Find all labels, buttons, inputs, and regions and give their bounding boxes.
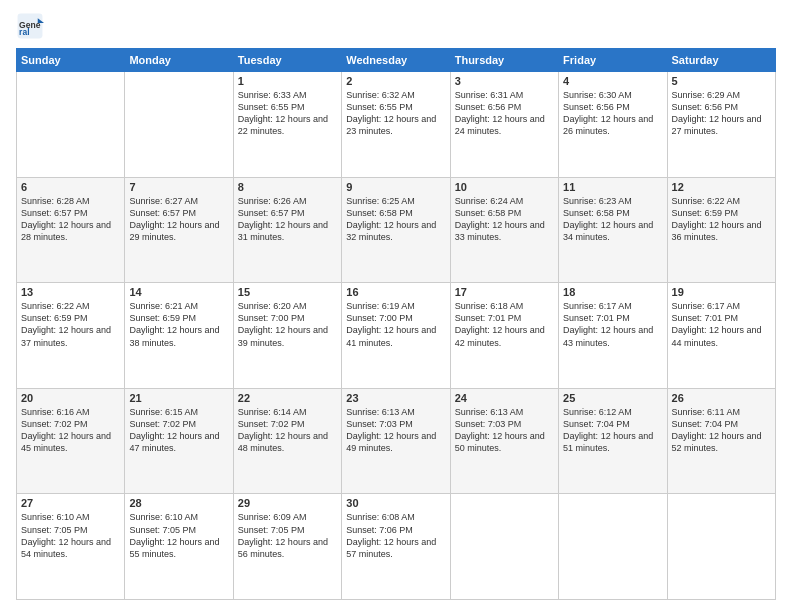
day-cell: 9Sunrise: 6:25 AM Sunset: 6:58 PM Daylig… xyxy=(342,177,450,283)
day-cell: 10Sunrise: 6:24 AM Sunset: 6:58 PM Dayli… xyxy=(450,177,558,283)
day-cell: 13Sunrise: 6:22 AM Sunset: 6:59 PM Dayli… xyxy=(17,283,125,389)
day-number: 5 xyxy=(672,75,771,87)
day-info: Sunrise: 6:30 AM Sunset: 6:56 PM Dayligh… xyxy=(563,89,662,138)
week-row-2: 6Sunrise: 6:28 AM Sunset: 6:57 PM Daylig… xyxy=(17,177,776,283)
col-header-monday: Monday xyxy=(125,49,233,72)
header: Gene ral xyxy=(16,12,776,40)
day-number: 27 xyxy=(21,497,120,509)
day-cell: 28Sunrise: 6:10 AM Sunset: 7:05 PM Dayli… xyxy=(125,494,233,600)
day-info: Sunrise: 6:24 AM Sunset: 6:58 PM Dayligh… xyxy=(455,195,554,244)
day-cell: 4Sunrise: 6:30 AM Sunset: 6:56 PM Daylig… xyxy=(559,72,667,178)
day-cell xyxy=(125,72,233,178)
day-number: 15 xyxy=(238,286,337,298)
day-cell xyxy=(559,494,667,600)
day-number: 17 xyxy=(455,286,554,298)
day-number: 13 xyxy=(21,286,120,298)
day-cell: 23Sunrise: 6:13 AM Sunset: 7:03 PM Dayli… xyxy=(342,388,450,494)
week-row-4: 20Sunrise: 6:16 AM Sunset: 7:02 PM Dayli… xyxy=(17,388,776,494)
day-info: Sunrise: 6:31 AM Sunset: 6:56 PM Dayligh… xyxy=(455,89,554,138)
day-number: 12 xyxy=(672,181,771,193)
page: Gene ral SundayMondayTuesdayWednesdayThu… xyxy=(0,0,792,612)
day-cell: 5Sunrise: 6:29 AM Sunset: 6:56 PM Daylig… xyxy=(667,72,775,178)
day-number: 7 xyxy=(129,181,228,193)
day-info: Sunrise: 6:18 AM Sunset: 7:01 PM Dayligh… xyxy=(455,300,554,349)
day-cell: 16Sunrise: 6:19 AM Sunset: 7:00 PM Dayli… xyxy=(342,283,450,389)
day-cell: 12Sunrise: 6:22 AM Sunset: 6:59 PM Dayli… xyxy=(667,177,775,283)
day-info: Sunrise: 6:08 AM Sunset: 7:06 PM Dayligh… xyxy=(346,511,445,560)
col-header-wednesday: Wednesday xyxy=(342,49,450,72)
col-header-thursday: Thursday xyxy=(450,49,558,72)
day-info: Sunrise: 6:22 AM Sunset: 6:59 PM Dayligh… xyxy=(21,300,120,349)
col-header-tuesday: Tuesday xyxy=(233,49,341,72)
day-cell: 26Sunrise: 6:11 AM Sunset: 7:04 PM Dayli… xyxy=(667,388,775,494)
day-number: 8 xyxy=(238,181,337,193)
day-cell: 7Sunrise: 6:27 AM Sunset: 6:57 PM Daylig… xyxy=(125,177,233,283)
calendar-table: SundayMondayTuesdayWednesdayThursdayFrid… xyxy=(16,48,776,600)
day-cell: 18Sunrise: 6:17 AM Sunset: 7:01 PM Dayli… xyxy=(559,283,667,389)
day-info: Sunrise: 6:22 AM Sunset: 6:59 PM Dayligh… xyxy=(672,195,771,244)
day-info: Sunrise: 6:12 AM Sunset: 7:04 PM Dayligh… xyxy=(563,406,662,455)
day-cell xyxy=(450,494,558,600)
day-info: Sunrise: 6:10 AM Sunset: 7:05 PM Dayligh… xyxy=(129,511,228,560)
day-number: 21 xyxy=(129,392,228,404)
day-info: Sunrise: 6:25 AM Sunset: 6:58 PM Dayligh… xyxy=(346,195,445,244)
day-info: Sunrise: 6:16 AM Sunset: 7:02 PM Dayligh… xyxy=(21,406,120,455)
day-cell xyxy=(17,72,125,178)
day-cell: 8Sunrise: 6:26 AM Sunset: 6:57 PM Daylig… xyxy=(233,177,341,283)
day-cell: 1Sunrise: 6:33 AM Sunset: 6:55 PM Daylig… xyxy=(233,72,341,178)
day-cell: 19Sunrise: 6:17 AM Sunset: 7:01 PM Dayli… xyxy=(667,283,775,389)
day-info: Sunrise: 6:17 AM Sunset: 7:01 PM Dayligh… xyxy=(672,300,771,349)
day-info: Sunrise: 6:29 AM Sunset: 6:56 PM Dayligh… xyxy=(672,89,771,138)
day-number: 29 xyxy=(238,497,337,509)
day-info: Sunrise: 6:10 AM Sunset: 7:05 PM Dayligh… xyxy=(21,511,120,560)
day-cell: 3Sunrise: 6:31 AM Sunset: 6:56 PM Daylig… xyxy=(450,72,558,178)
day-number: 26 xyxy=(672,392,771,404)
day-info: Sunrise: 6:28 AM Sunset: 6:57 PM Dayligh… xyxy=(21,195,120,244)
day-number: 19 xyxy=(672,286,771,298)
day-cell: 24Sunrise: 6:13 AM Sunset: 7:03 PM Dayli… xyxy=(450,388,558,494)
day-info: Sunrise: 6:33 AM Sunset: 6:55 PM Dayligh… xyxy=(238,89,337,138)
day-info: Sunrise: 6:19 AM Sunset: 7:00 PM Dayligh… xyxy=(346,300,445,349)
day-info: Sunrise: 6:15 AM Sunset: 7:02 PM Dayligh… xyxy=(129,406,228,455)
day-number: 2 xyxy=(346,75,445,87)
svg-text:ral: ral xyxy=(19,27,29,37)
day-info: Sunrise: 6:13 AM Sunset: 7:03 PM Dayligh… xyxy=(346,406,445,455)
day-info: Sunrise: 6:26 AM Sunset: 6:57 PM Dayligh… xyxy=(238,195,337,244)
day-number: 16 xyxy=(346,286,445,298)
day-number: 18 xyxy=(563,286,662,298)
day-cell: 21Sunrise: 6:15 AM Sunset: 7:02 PM Dayli… xyxy=(125,388,233,494)
day-cell: 25Sunrise: 6:12 AM Sunset: 7:04 PM Dayli… xyxy=(559,388,667,494)
day-info: Sunrise: 6:11 AM Sunset: 7:04 PM Dayligh… xyxy=(672,406,771,455)
day-cell: 20Sunrise: 6:16 AM Sunset: 7:02 PM Dayli… xyxy=(17,388,125,494)
logo: Gene ral xyxy=(16,12,48,40)
day-cell: 22Sunrise: 6:14 AM Sunset: 7:02 PM Dayli… xyxy=(233,388,341,494)
day-cell: 17Sunrise: 6:18 AM Sunset: 7:01 PM Dayli… xyxy=(450,283,558,389)
day-info: Sunrise: 6:27 AM Sunset: 6:57 PM Dayligh… xyxy=(129,195,228,244)
day-number: 14 xyxy=(129,286,228,298)
day-number: 22 xyxy=(238,392,337,404)
col-header-saturday: Saturday xyxy=(667,49,775,72)
day-cell: 14Sunrise: 6:21 AM Sunset: 6:59 PM Dayli… xyxy=(125,283,233,389)
day-number: 25 xyxy=(563,392,662,404)
day-number: 28 xyxy=(129,497,228,509)
week-row-3: 13Sunrise: 6:22 AM Sunset: 6:59 PM Dayli… xyxy=(17,283,776,389)
day-info: Sunrise: 6:32 AM Sunset: 6:55 PM Dayligh… xyxy=(346,89,445,138)
day-cell: 2Sunrise: 6:32 AM Sunset: 6:55 PM Daylig… xyxy=(342,72,450,178)
day-number: 20 xyxy=(21,392,120,404)
day-info: Sunrise: 6:20 AM Sunset: 7:00 PM Dayligh… xyxy=(238,300,337,349)
day-number: 23 xyxy=(346,392,445,404)
day-number: 11 xyxy=(563,181,662,193)
day-info: Sunrise: 6:21 AM Sunset: 6:59 PM Dayligh… xyxy=(129,300,228,349)
day-number: 1 xyxy=(238,75,337,87)
day-number: 4 xyxy=(563,75,662,87)
day-cell: 29Sunrise: 6:09 AM Sunset: 7:05 PM Dayli… xyxy=(233,494,341,600)
day-cell: 27Sunrise: 6:10 AM Sunset: 7:05 PM Dayli… xyxy=(17,494,125,600)
day-number: 24 xyxy=(455,392,554,404)
day-number: 30 xyxy=(346,497,445,509)
day-info: Sunrise: 6:14 AM Sunset: 7:02 PM Dayligh… xyxy=(238,406,337,455)
day-number: 10 xyxy=(455,181,554,193)
day-cell: 11Sunrise: 6:23 AM Sunset: 6:58 PM Dayli… xyxy=(559,177,667,283)
day-cell: 30Sunrise: 6:08 AM Sunset: 7:06 PM Dayli… xyxy=(342,494,450,600)
week-row-5: 27Sunrise: 6:10 AM Sunset: 7:05 PM Dayli… xyxy=(17,494,776,600)
day-number: 6 xyxy=(21,181,120,193)
